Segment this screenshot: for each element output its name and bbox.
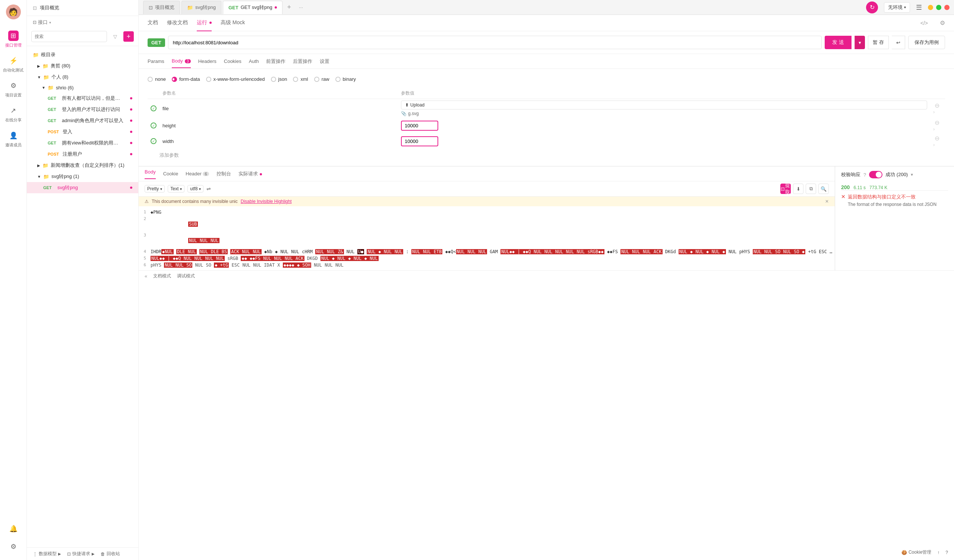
- params-tab-postop[interactable]: 后置操作: [293, 54, 312, 68]
- search-input[interactable]: [31, 31, 107, 42]
- subtab-mock[interactable]: 高级 Mock: [221, 15, 245, 31]
- nav-bell[interactable]: 🔔: [0, 521, 26, 536]
- width-input[interactable]: [401, 136, 438, 146]
- settings-icon-right[interactable]: ⚙: [940, 19, 945, 26]
- minimize-button[interactable]: [928, 5, 933, 10]
- add-param-button[interactable]: 添加参数: [148, 149, 945, 162]
- tab-add-button[interactable]: +: [284, 2, 295, 12]
- expand-icon[interactable]: ›: [933, 126, 935, 132]
- params-tab-headers[interactable]: Headers: [198, 55, 217, 68]
- tree-item-svg-api[interactable]: GET svg转png: [27, 182, 138, 193]
- params-tab-auth[interactable]: Auth: [249, 55, 259, 68]
- debug-mode-btn[interactable]: 调试模式: [177, 273, 195, 279]
- params-tab-cookies[interactable]: Cookies: [224, 55, 242, 68]
- notice-action-link[interactable]: Disable Invisible Highlight: [241, 199, 292, 204]
- subtab-run[interactable]: 运行: [197, 15, 212, 31]
- check-circle-height[interactable]: [151, 123, 156, 128]
- save-as-case-button[interactable]: 保存为用例: [908, 36, 945, 49]
- tree-item-api4[interactable]: POST 登入: [27, 126, 138, 137]
- radio-urlencoded[interactable]: x-www-form-urlencoded: [206, 76, 265, 82]
- radio-raw[interactable]: raw: [314, 76, 329, 82]
- params-tab-body[interactable]: Body 3: [172, 54, 191, 68]
- env-select[interactable]: 无环境 ▾: [884, 2, 910, 12]
- tree-item-svg-folder[interactable]: ▼ 📁 svg转png (1): [27, 171, 138, 182]
- close-button[interactable]: [944, 5, 949, 10]
- remove-width-btn[interactable]: ⊖: [933, 135, 941, 142]
- tab-svg-png-active[interactable]: GET GET svg转png: [223, 1, 282, 14]
- nav-item-share[interactable]: ↗ 在线分享: [0, 102, 26, 127]
- text-select[interactable]: Text ▾: [168, 185, 184, 193]
- tree-item-api5[interactable]: GET 拥有view和edit权限的用户才可以访问: [27, 137, 138, 149]
- tree-item-root[interactable]: 📁 根目录: [27, 49, 138, 60]
- tab-svg-convert[interactable]: 📁 svg转png: [181, 1, 221, 14]
- validate-toggle[interactable]: [869, 171, 882, 178]
- code-toggle-btn[interactable]: </>: [920, 20, 928, 26]
- check-circle-width[interactable]: [151, 138, 156, 144]
- encoding-select[interactable]: utf8 ▾: [187, 185, 203, 193]
- maximize-button[interactable]: [936, 5, 942, 10]
- nav-item-invite[interactable]: 👤 邀请成员: [0, 127, 26, 152]
- remove-file-btn[interactable]: ⊖: [933, 103, 941, 109]
- resp-tab-console[interactable]: 控制台: [217, 171, 231, 177]
- radio-form-data[interactable]: form-data: [172, 76, 200, 82]
- tree-item-aozhe[interactable]: ▶ 📁 奥哲 (80): [27, 60, 138, 72]
- nav-settings[interactable]: ⚙: [0, 539, 26, 554]
- expand-icon[interactable]: ›: [933, 142, 935, 148]
- help-icon[interactable]: ?: [864, 172, 866, 177]
- tree-item-news[interactable]: ▶ 📁 新闻增删改查（自定义列排序）(1): [27, 160, 138, 171]
- cookie-manager-btn[interactable]: 🍪 Cookie管理: [901, 549, 931, 555]
- params-tab-preop[interactable]: 前置操作: [266, 54, 285, 68]
- nav-item-project[interactable]: ⚙ 项目设置: [0, 77, 26, 102]
- resp-tab-actual[interactable]: 实际请求: [238, 171, 262, 177]
- radio-xml[interactable]: xml: [293, 76, 308, 82]
- pretty-select[interactable]: Pretty ▾: [145, 185, 165, 193]
- check-circle-file[interactable]: [151, 105, 156, 111]
- subtab-modify[interactable]: 修改文档: [167, 15, 188, 31]
- tree-item-shrio[interactable]: ▼ 📁 shrio (6): [27, 82, 138, 93]
- params-tab-settings[interactable]: 设置: [320, 54, 329, 68]
- download-button[interactable]: ⬇: [793, 184, 803, 194]
- resp-tab-header[interactable]: Header 6: [186, 171, 209, 176]
- tree-item-api6[interactable]: POST 注册用户: [27, 149, 138, 160]
- send-button[interactable]: 发 送: [825, 36, 851, 49]
- wrap-icon[interactable]: ⇌: [206, 186, 211, 192]
- nav-item-autotest[interactable]: ⚡ 自动化测试: [0, 52, 26, 77]
- save-temp-button[interactable]: 暂 存: [868, 36, 889, 49]
- tab-overview[interactable]: ⊡ 项目概览: [143, 1, 180, 14]
- tab-more-button[interactable]: ···: [296, 2, 306, 12]
- nav-item-interface[interactable]: ⊞ 接口管理: [0, 27, 26, 52]
- undo-button[interactable]: ↩: [892, 36, 905, 49]
- hamburger-icon[interactable]: ☰: [916, 3, 922, 12]
- resp-tab-body[interactable]: Body: [145, 169, 156, 179]
- remove-height-btn[interactable]: ⊖: [933, 120, 941, 126]
- resp-tab-cookie[interactable]: Cookie: [163, 171, 178, 176]
- url-input[interactable]: [168, 36, 822, 49]
- chevron-left-icon[interactable]: «: [145, 273, 147, 279]
- tree-item-api3[interactable]: GET admin的角色用户才可以登入: [27, 115, 138, 126]
- subtab-docs[interactable]: 文档: [148, 15, 158, 31]
- tree-item-api1[interactable]: GET 所有人都可以访问，但是用户与游客看...: [27, 93, 138, 104]
- filter-button[interactable]: ▽: [110, 31, 120, 42]
- height-input[interactable]: [401, 121, 438, 131]
- recycle-link[interactable]: 🗑 回收站: [101, 551, 120, 557]
- help-icon-btn[interactable]: ?: [945, 549, 948, 555]
- search-button[interactable]: 🔍: [818, 184, 829, 194]
- radio-binary[interactable]: binary: [335, 76, 356, 82]
- doc-mode-btn[interactable]: 文档模式: [153, 273, 171, 279]
- upload-button[interactable]: ⬆ Upload: [401, 101, 927, 109]
- copy-button[interactable]: ⧉: [806, 184, 816, 194]
- send-arrow-button[interactable]: ▾: [854, 36, 865, 49]
- tree-item-personal[interactable]: ▼ 📁 个人 (8): [27, 72, 138, 82]
- upload-icon-btn[interactable]: ↑: [937, 549, 940, 555]
- data-model-link[interactable]: ⋮ 数据模型 ▶: [33, 551, 61, 557]
- quick-request-link[interactable]: ⊡ 快捷请求 ▶: [67, 551, 95, 557]
- params-tab-params[interactable]: Params: [148, 55, 164, 68]
- avatar[interactable]: 🧑: [6, 5, 21, 19]
- tree-item-api2[interactable]: GET 登入的用户才可以进行访问: [27, 104, 138, 115]
- notice-close-btn[interactable]: ✕: [825, 199, 829, 204]
- refresh-button[interactable]: ↻: [866, 2, 878, 13]
- radio-json[interactable]: json: [271, 76, 287, 82]
- expand-icon[interactable]: ›: [933, 109, 935, 115]
- radio-none[interactable]: none: [148, 76, 166, 82]
- add-button[interactable]: +: [123, 31, 134, 42]
